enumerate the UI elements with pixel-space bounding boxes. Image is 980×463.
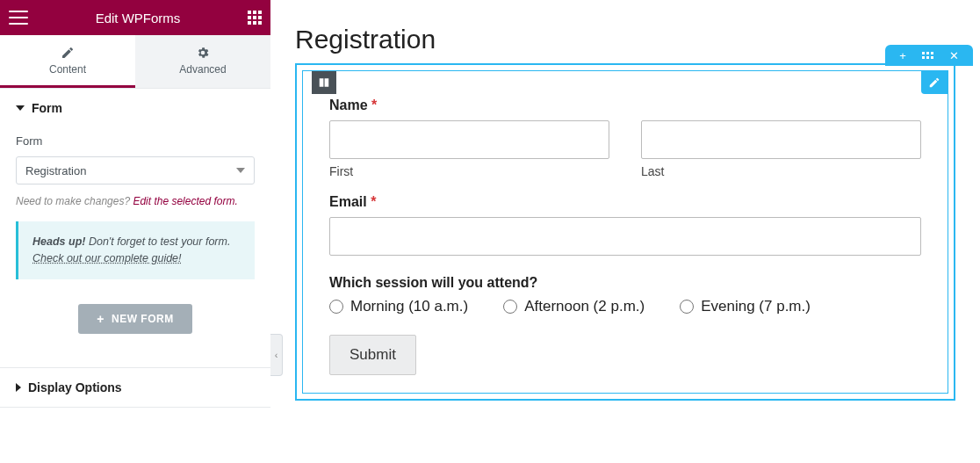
last-name-input[interactable] [641, 120, 921, 159]
edit-form-link[interactable]: Edit the selected form. [133, 195, 237, 207]
first-name-input[interactable] [329, 120, 609, 159]
email-label: Email * [329, 194, 921, 210]
chevron-down-icon [236, 168, 245, 173]
apps-icon[interactable] [248, 11, 262, 25]
form-hint: Need to make changes? Edit the selected … [16, 195, 255, 207]
section-form-header[interactable]: Form [0, 89, 270, 127]
first-name-sublabel: First [329, 164, 609, 178]
tab-advanced-label: Advanced [179, 63, 226, 76]
close-section-button[interactable]: ✕ [949, 50, 959, 61]
section-display-header[interactable]: Display Options [0, 368, 270, 407]
column-handle[interactable] [312, 71, 336, 94]
add-section-button[interactable]: + [899, 50, 906, 61]
first-name-col: First [329, 120, 609, 178]
widget-wrapper[interactable]: Name * First Last Email * Which session … [302, 70, 948, 394]
required-marker: * [371, 98, 377, 112]
notice-guide-link[interactable]: Check out our complete guide! [32, 252, 182, 264]
preview-area: Registration + ✕ Name * First [270, 0, 980, 463]
tab-advanced[interactable]: Advanced [135, 35, 270, 88]
section-form-title: Form [32, 101, 62, 115]
columns-icon [318, 76, 330, 89]
email-label-text: Email [329, 194, 367, 209]
session-radio-morning[interactable] [329, 300, 343, 314]
session-option-morning-label: Morning (10 a.m.) [350, 298, 468, 315]
menu-icon[interactable] [9, 11, 28, 25]
session-option-morning[interactable]: Morning (10 a.m.) [329, 298, 468, 315]
heads-up-notice: Heads up! Don't forget to test your form… [16, 221, 255, 279]
name-label-text: Name [329, 98, 368, 112]
session-label: Which session will you attend? [329, 275, 921, 291]
gear-icon [196, 46, 210, 60]
tab-content[interactable]: Content [0, 35, 135, 88]
new-form-button-label: NEW FORM [112, 313, 174, 325]
new-form-button[interactable]: + NEW FORM [78, 304, 192, 334]
last-name-col: Last [641, 120, 921, 178]
panel-header: Edit WPForms [0, 0, 270, 35]
session-options: Morning (10 a.m.) Afternoon (2 p.m.) Eve… [329, 298, 921, 315]
form-select[interactable]: Registration [16, 156, 255, 184]
chevron-down-icon [16, 105, 25, 111]
page-title: Registration [295, 25, 955, 54]
notice-text: Don't forget to test your form. [85, 235, 230, 248]
session-option-evening[interactable]: Evening (7 p.m.) [680, 298, 811, 315]
session-radio-evening[interactable] [680, 300, 694, 314]
form-select-value: Registration [25, 164, 86, 177]
session-radio-afternoon[interactable] [503, 300, 517, 314]
section-form: Form Form Registration Need to make chan… [0, 88, 270, 367]
editor-panel: Edit WPForms Content Advanced Form Form … [0, 0, 270, 463]
email-input[interactable] [329, 217, 921, 256]
session-option-evening-label: Evening (7 p.m.) [701, 298, 811, 315]
section-display-title: Display Options [28, 380, 122, 394]
pencil-icon [928, 76, 940, 89]
session-option-afternoon-label: Afternoon (2 p.m.) [524, 298, 645, 315]
tab-content-label: Content [49, 63, 86, 76]
form-select-label: Form [16, 134, 255, 148]
required-marker: * [371, 194, 376, 209]
form-hint-text: Need to make changes? [16, 195, 133, 207]
session-option-afternoon[interactable]: Afternoon (2 p.m.) [503, 298, 645, 315]
notice-bold: Heads up! [32, 235, 85, 248]
panel-tabs: Content Advanced [0, 35, 270, 88]
chevron-right-icon [16, 383, 21, 392]
name-label: Name * [329, 98, 921, 113]
name-row: First Last [329, 120, 921, 178]
panel-title: Edit WPForms [96, 11, 181, 25]
submit-button[interactable]: Submit [329, 335, 416, 375]
pencil-icon [61, 46, 75, 60]
section-form-body: Form Registration Need to make changes? … [0, 127, 270, 367]
drag-handle-icon[interactable] [922, 52, 933, 59]
section-display-options: Display Options [0, 367, 270, 408]
section-wrapper[interactable]: Name * First Last Email * Which session … [295, 63, 955, 401]
edit-widget-button[interactable] [921, 71, 948, 94]
plus-icon: + [97, 313, 104, 325]
last-name-sublabel: Last [641, 164, 921, 178]
